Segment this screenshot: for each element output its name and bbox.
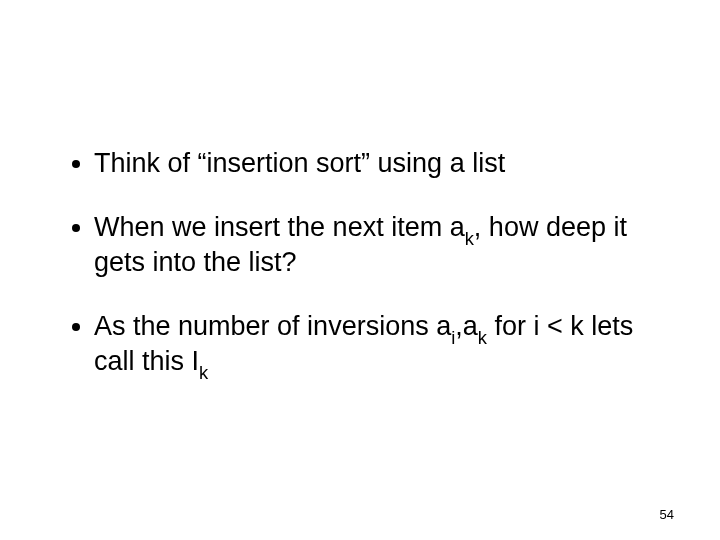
list-item: As the number of inversions ai,ak for i … <box>72 311 680 381</box>
text-run: As the number of inversions a <box>94 311 451 341</box>
text-run: ,a <box>455 311 478 341</box>
text-run: When we insert the next item a <box>94 212 465 242</box>
bullet-icon <box>72 224 80 232</box>
subscript: k <box>465 228 474 249</box>
list-item: Think of “insertion sort” using a list <box>72 148 680 180</box>
bullet-text: When we insert the next item ak, how dee… <box>94 212 680 279</box>
list-item: When we insert the next item ak, how dee… <box>72 212 680 279</box>
bullet-list: Think of “insertion sort” using a list W… <box>72 148 680 413</box>
bullet-text: As the number of inversions ai,ak for i … <box>94 311 680 381</box>
slide: Think of “insertion sort” using a list W… <box>0 0 720 540</box>
subscript: k <box>478 327 487 348</box>
bullet-icon <box>72 323 80 331</box>
subscript: i <box>451 327 455 348</box>
page-number: 54 <box>660 507 674 522</box>
bullet-text: Think of “insertion sort” using a list <box>94 148 680 180</box>
subscript: k <box>199 362 208 383</box>
text-run: Think of “insertion sort” using a list <box>94 148 505 178</box>
bullet-icon <box>72 160 80 168</box>
